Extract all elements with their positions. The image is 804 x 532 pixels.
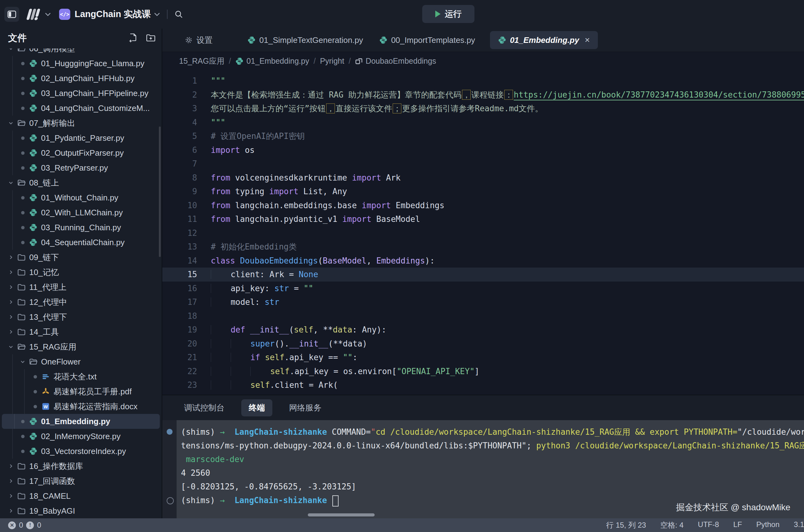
tree-item[interactable]: 03_LangChain_HFPipeline.py: [0, 86, 162, 101]
tree-item[interactable]: 01_Without_Chain.py: [0, 190, 162, 205]
tree-item[interactable]: 04_LangChain_CustomizeM...: [0, 101, 162, 116]
editor-tab[interactable]: 00_ImportTemplates.py: [371, 31, 483, 49]
new-file-button[interactable]: [129, 33, 137, 42]
breadcrumb-item[interactable]: Pyright: [320, 57, 344, 65]
new-folder-button[interactable]: [146, 34, 155, 42]
tree-item[interactable]: 08_链上: [0, 175, 162, 190]
chevron-right-icon[interactable]: [7, 478, 15, 484]
code-token: .api_key ==: [284, 353, 343, 362]
code-token: str: [265, 298, 279, 307]
tree-item[interactable]: 03_VectorstoreIndex.py: [0, 444, 162, 459]
terminal[interactable]: (shims) → LangChain-shizhanke COMMAND="c…: [162, 420, 804, 518]
tree-item[interactable]: OneFlower: [0, 354, 162, 369]
folder-icon: [29, 358, 38, 365]
tree-item[interactable]: 17_回调函数: [0, 474, 162, 489]
tree-item[interactable]: 易速鲜花员工手册.pdf: [0, 384, 162, 399]
language-mode[interactable]: Python: [756, 520, 780, 530]
panel-tab-network[interactable]: 网络服务: [282, 399, 329, 416]
problems-indicators[interactable]: ✕0!0: [8, 521, 41, 530]
chevron-right-icon[interactable]: [7, 284, 15, 290]
tree-item-label: 02_InMemoryStore.py: [41, 432, 120, 441]
chevron-right-icon[interactable]: [7, 329, 15, 335]
chevron-down-icon[interactable]: [7, 120, 15, 126]
search-icon[interactable]: [174, 10, 183, 19]
python-version[interactable]: 3.12: [794, 520, 804, 530]
tree-item-label: 02_LangChain_HFHub.py: [41, 74, 135, 83]
tree-item[interactable]: 09_链下: [0, 250, 162, 265]
chevron-right-icon[interactable]: [7, 463, 15, 469]
modified-dot: [19, 211, 27, 214]
tree-item[interactable]: 14_工具: [0, 324, 162, 339]
chevron-right-icon[interactable]: [7, 299, 15, 305]
workspace-chevron-down-icon[interactable]: [45, 12, 51, 17]
chevron-down-icon[interactable]: [7, 49, 15, 51]
tree-item[interactable]: 07_解析输出: [0, 116, 162, 131]
tree-item[interactable]: 16_操作数据库: [0, 459, 162, 474]
chevron-right-icon[interactable]: [7, 493, 15, 499]
cursor-position[interactable]: 行 15, 列 23: [606, 520, 646, 530]
tree-item[interactable]: 03_Running_Chain.py: [0, 220, 162, 235]
tree-item[interactable]: 19_BabyAGI: [0, 504, 162, 518]
encoding[interactable]: UTF-8: [698, 520, 719, 530]
chevron-right-icon[interactable]: [7, 314, 15, 320]
modified-dot: [19, 241, 27, 244]
tree-item[interactable]: 04_SequentialChain.py: [0, 235, 162, 250]
tree-item[interactable]: 01_HugggingFace_Llama.py: [0, 56, 162, 71]
tree-item[interactable]: 11_代理上: [0, 280, 162, 294]
panel-tab-debug-console[interactable]: 调试控制台: [176, 399, 232, 416]
tree-item[interactable]: 06_调用模型: [0, 49, 162, 56]
eol[interactable]: LF: [733, 520, 742, 530]
tree-item[interactable]: 02_With_LLMChain.py: [0, 205, 162, 220]
folder-icon: [17, 298, 26, 306]
tree-item[interactable]: 15_RAG应用: [0, 339, 162, 354]
tree-item[interactable]: 花语大全.txt: [0, 369, 162, 384]
marscode-logo[interactable]: [25, 7, 42, 21]
py-file-icon: [29, 238, 38, 246]
tree-item-label: 03_VectorstoreIndex.py: [41, 446, 126, 456]
tab-label: 设置: [197, 35, 213, 46]
project-chevron-down-icon[interactable]: [154, 12, 160, 17]
code-line: 5# 设置OpenAI的API密钥: [162, 129, 804, 143]
code-token: [231, 380, 250, 390]
chevron-right-icon[interactable]: [7, 269, 15, 275]
chevron-down-icon[interactable]: [7, 344, 15, 349]
code-token: from: [211, 214, 230, 224]
chevron-right-icon[interactable]: [7, 254, 15, 260]
tree-item[interactable]: 13_代理下: [0, 309, 162, 324]
breadcrumb-label: 15_RAG应用: [179, 56, 224, 66]
sidebar-scrollbar[interactable]: [159, 127, 161, 257]
tree-item[interactable]: 02_LangChain_HFHub.py: [0, 71, 162, 86]
code-line: 15 client: Ark = None: [162, 268, 804, 282]
tree-item[interactable]: 12_代理中: [0, 294, 162, 309]
breadcrumb-item[interactable]: 01_Embedding.py: [235, 57, 310, 65]
tree-item[interactable]: 18_CAMEL: [0, 489, 162, 504]
code-token: "OPENAI_API_KEY": [397, 367, 474, 376]
code-token: Embeddings: [391, 201, 444, 210]
sidebar-toggle-button[interactable]: [4, 7, 19, 22]
tree-item[interactable]: 02_OutputFixParser.py: [0, 146, 162, 160]
tab-close-icon[interactable]: ×: [585, 35, 590, 45]
chevron-down-icon[interactable]: [19, 359, 27, 364]
code-line: 4""": [162, 116, 804, 130]
py-file-icon: [29, 134, 38, 142]
tree-item[interactable]: 02_InMemoryStore.py: [0, 429, 162, 444]
chevron-down-icon[interactable]: [7, 180, 15, 186]
terminal-horizontal-scrollbar[interactable]: [308, 513, 375, 516]
indent-setting[interactable]: 空格: 4: [660, 520, 684, 530]
tree-item[interactable]: 01_Pydantic_Parser.py: [0, 131, 162, 146]
tree-item[interactable]: W易速鲜花运营指南.docx: [0, 399, 162, 414]
terminal-line: marscode-dev: [162, 453, 804, 466]
tree-item[interactable]: 10_记忆: [0, 265, 162, 280]
settings-tab[interactable]: 设置: [176, 31, 221, 49]
chevron-right-icon[interactable]: [7, 508, 15, 514]
panel-tab-terminal[interactable]: 终端: [241, 399, 272, 416]
breadcrumb-item[interactable]: DoubaoEmbeddings: [355, 57, 436, 65]
tree-item[interactable]: 03_RetryParser.py: [0, 160, 162, 175]
tree-item[interactable]: 01_Embedding.py: [2, 414, 160, 429]
editor-tab[interactable]: 01_Embedding.py×: [490, 31, 598, 49]
project-title[interactable]: LangChain 实战课: [75, 8, 151, 20]
code-token: [250, 367, 270, 376]
run-button[interactable]: 运行: [422, 5, 474, 23]
editor-tab[interactable]: 01_SimpleTextGeneration.py: [239, 31, 371, 49]
breadcrumb-item[interactable]: 15_RAG应用: [179, 56, 224, 66]
